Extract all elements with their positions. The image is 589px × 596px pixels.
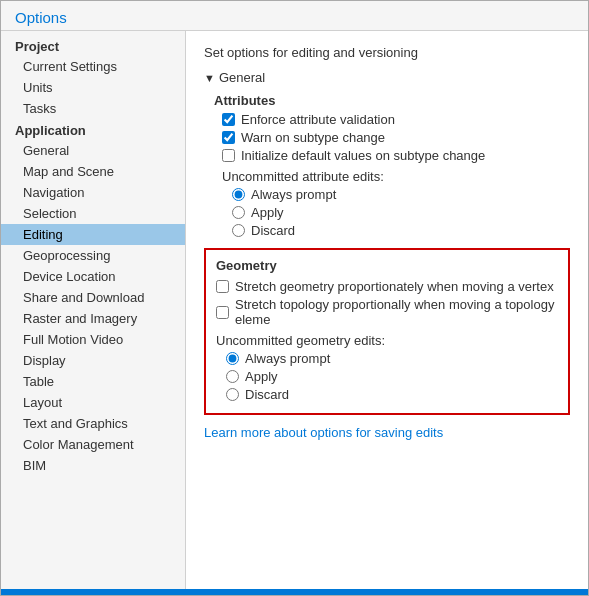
content-area: ProjectCurrent SettingsUnitsTasksApplica… xyxy=(1,31,588,589)
discard-attr-radio[interactable] xyxy=(232,224,245,237)
sidebar-item-map-and-scene[interactable]: Map and Scene xyxy=(1,161,185,182)
title-bar: Options xyxy=(1,1,588,31)
discard-geom-label: Discard xyxy=(245,387,289,402)
init-default-label: Initialize default values on subtype cha… xyxy=(241,148,485,163)
main-title: Set options for editing and versioning xyxy=(204,45,570,60)
always-prompt-geom-label: Always prompt xyxy=(245,351,330,366)
sidebar-item-editing[interactable]: Editing xyxy=(1,224,185,245)
sidebar-item-units[interactable]: Units xyxy=(1,77,185,98)
always-prompt-attr-label: Always prompt xyxy=(251,187,336,202)
sidebar-item-device-location[interactable]: Device Location xyxy=(1,266,185,287)
sidebar-item-raster-and-imagery[interactable]: Raster and Imagery xyxy=(1,308,185,329)
sidebar-item-color-management[interactable]: Color Management xyxy=(1,434,185,455)
geometry-title: Geometry xyxy=(216,258,558,273)
window-title: Options xyxy=(15,9,67,26)
uncommitted-geometry-label: Uncommitted geometry edits: xyxy=(216,333,558,348)
bottom-accent-bar xyxy=(1,589,588,595)
radio-apply-geom: Apply xyxy=(226,369,558,384)
stretch-topology-label: Stretch topology proportionally when mov… xyxy=(235,297,558,327)
sidebar-item-full-motion-video[interactable]: Full Motion Video xyxy=(1,329,185,350)
discard-attr-label: Discard xyxy=(251,223,295,238)
sidebar-item-share-and-download[interactable]: Share and Download xyxy=(1,287,185,308)
collapse-arrow: ▼ xyxy=(204,72,215,84)
sidebar: ProjectCurrent SettingsUnitsTasksApplica… xyxy=(1,31,186,589)
sidebar-item-general[interactable]: General xyxy=(1,140,185,161)
always-prompt-attr-radio[interactable] xyxy=(232,188,245,201)
sidebar-group-project: Project xyxy=(1,35,185,56)
enforce-attr-checkbox[interactable] xyxy=(222,113,235,126)
stretch-topology-checkbox[interactable] xyxy=(216,306,229,319)
init-default-checkbox[interactable] xyxy=(222,149,235,162)
sidebar-item-text-and-graphics[interactable]: Text and Graphics xyxy=(1,413,185,434)
stretch-geometry-checkbox[interactable] xyxy=(216,280,229,293)
options-window: Options ProjectCurrent SettingsUnitsTask… xyxy=(0,0,589,596)
sidebar-item-geoprocessing[interactable]: Geoprocessing xyxy=(1,245,185,266)
general-label: General xyxy=(219,70,265,85)
apply-geom-label: Apply xyxy=(245,369,278,384)
always-prompt-geom-radio[interactable] xyxy=(226,352,239,365)
sidebar-item-navigation[interactable]: Navigation xyxy=(1,182,185,203)
main-panel: Set options for editing and versioning ▼… xyxy=(186,31,588,589)
uncommitted-attributes-label: Uncommitted attribute edits: xyxy=(222,169,570,184)
sidebar-group-application: Application xyxy=(1,119,185,140)
apply-geom-radio[interactable] xyxy=(226,370,239,383)
radio-discard-attr: Discard xyxy=(232,223,570,238)
sidebar-item-display[interactable]: Display xyxy=(1,350,185,371)
discard-geom-radio[interactable] xyxy=(226,388,239,401)
sidebar-item-selection[interactable]: Selection xyxy=(1,203,185,224)
general-section-header: ▼ General xyxy=(204,70,570,85)
warn-subtype-label: Warn on subtype change xyxy=(241,130,385,145)
checkbox-init-default: Initialize default values on subtype cha… xyxy=(222,148,570,163)
sidebar-item-tasks[interactable]: Tasks xyxy=(1,98,185,119)
checkbox-enforce-attr: Enforce attribute validation xyxy=(222,112,570,127)
radio-always-prompt-geom: Always prompt xyxy=(226,351,558,366)
checkbox-stretch-geometry: Stretch geometry proportionately when mo… xyxy=(216,279,558,294)
radio-always-prompt-attr: Always prompt xyxy=(232,187,570,202)
attributes-label: Attributes xyxy=(214,93,570,108)
sidebar-item-layout[interactable]: Layout xyxy=(1,392,185,413)
stretch-geometry-label: Stretch geometry proportionately when mo… xyxy=(235,279,554,294)
sidebar-item-bim[interactable]: BIM xyxy=(1,455,185,476)
sidebar-item-table[interactable]: Table xyxy=(1,371,185,392)
radio-apply-attr: Apply xyxy=(232,205,570,220)
learn-more-link[interactable]: Learn more about options for saving edit… xyxy=(204,425,443,440)
checkbox-warn-subtype: Warn on subtype change xyxy=(222,130,570,145)
radio-discard-geom: Discard xyxy=(226,387,558,402)
apply-attr-label: Apply xyxy=(251,205,284,220)
sidebar-item-current-settings[interactable]: Current Settings xyxy=(1,56,185,77)
enforce-attr-label: Enforce attribute validation xyxy=(241,112,395,127)
geometry-section-box: Geometry Stretch geometry proportionatel… xyxy=(204,248,570,415)
apply-attr-radio[interactable] xyxy=(232,206,245,219)
checkbox-stretch-topology: Stretch topology proportionally when mov… xyxy=(216,297,558,327)
warn-subtype-checkbox[interactable] xyxy=(222,131,235,144)
